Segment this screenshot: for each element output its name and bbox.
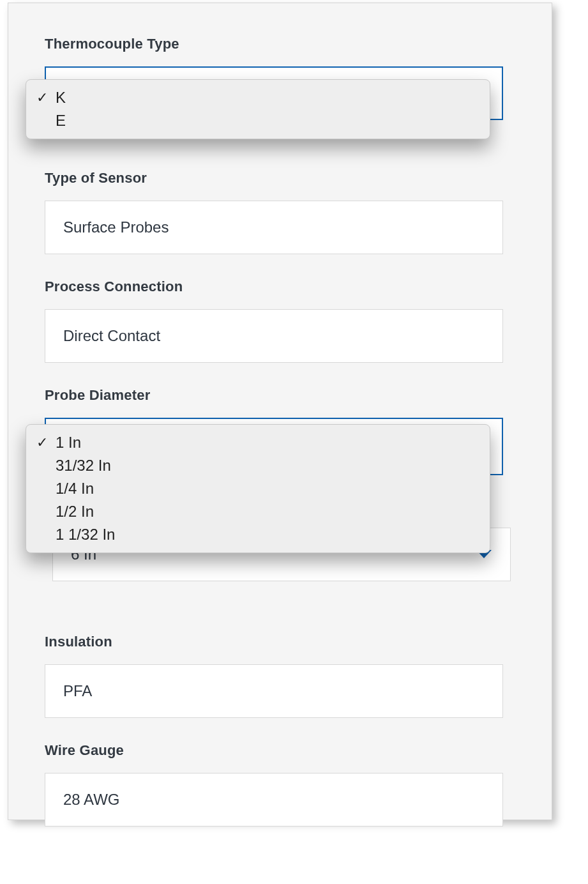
dropdown-option-label: 1/4 In xyxy=(56,480,94,498)
dropdown-option[interactable]: 1/4 In xyxy=(26,477,490,500)
dropdown-option-label: 1/2 In xyxy=(56,503,94,521)
select-wire-gauge-value: 28 AWG xyxy=(63,791,119,809)
select-type-of-sensor[interactable]: Surface Probes xyxy=(45,201,503,254)
label-wire-gauge: Wire Gauge xyxy=(45,742,503,759)
group-type-of-sensor: Type of Sensor Surface Probes xyxy=(45,170,503,254)
dropdown-option[interactable]: ✓ 1 In xyxy=(26,431,490,454)
group-process-connection: Process Connection Direct Contact xyxy=(45,278,503,363)
dropdown-thermocouple-type[interactable]: ✓ K E xyxy=(26,79,490,139)
label-process-connection: Process Connection xyxy=(45,278,503,295)
dropdown-option-label: E xyxy=(56,112,66,130)
dropdown-option[interactable]: ✓ K xyxy=(26,86,490,109)
select-process-connection[interactable]: Direct Contact xyxy=(45,309,503,363)
dropdown-option[interactable]: 1 1/32 In xyxy=(26,523,490,546)
dropdown-option-label: 1 1/32 In xyxy=(56,526,115,544)
dropdown-option-label: 31/32 In xyxy=(56,457,111,475)
select-insulation[interactable]: PFA xyxy=(45,664,503,718)
label-probe-diameter: Probe Diameter xyxy=(45,387,503,404)
checkmark-icon: ✓ xyxy=(36,434,56,451)
dropdown-option[interactable]: 1/2 In xyxy=(26,500,490,523)
dropdown-option[interactable]: E xyxy=(26,109,490,132)
select-insulation-value: PFA xyxy=(63,682,92,700)
group-insulation: Insulation PFA xyxy=(45,634,503,718)
dropdown-option-label: 1 In xyxy=(56,434,81,452)
dropdown-option-label: K xyxy=(56,89,66,107)
group-wire-gauge: Wire Gauge 28 AWG xyxy=(45,742,503,827)
select-type-of-sensor-value: Surface Probes xyxy=(63,218,169,236)
select-process-connection-value: Direct Contact xyxy=(63,327,160,345)
dropdown-option[interactable]: 31/32 In xyxy=(26,454,490,477)
select-wire-gauge[interactable]: 28 AWG xyxy=(45,773,503,827)
checkmark-icon: ✓ xyxy=(36,89,56,106)
label-insulation: Insulation xyxy=(45,634,503,650)
label-type-of-sensor: Type of Sensor xyxy=(45,170,503,187)
label-thermocouple-type: Thermocouple Type xyxy=(45,36,503,52)
dropdown-probe-diameter[interactable]: ✓ 1 In 31/32 In 1/4 In 1/2 In 1 1/32 In xyxy=(26,424,490,553)
